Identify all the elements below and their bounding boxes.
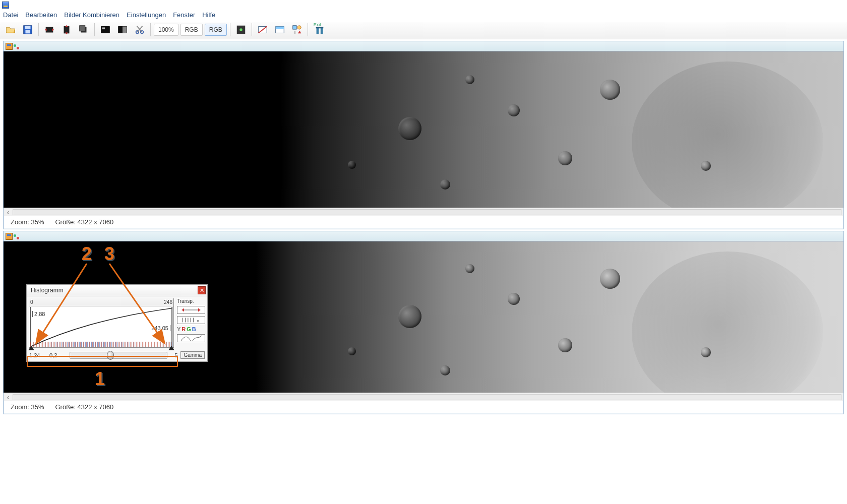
- close-icon[interactable]: ✕: [198, 286, 206, 294]
- gamma-value: 1,24: [29, 352, 46, 358]
- crater-icon: [508, 104, 520, 116]
- white-point-slider[interactable]: [168, 346, 174, 350]
- black-point-value: 2,88: [32, 311, 45, 317]
- pane-file-icon: [6, 43, 13, 50]
- svg-rect-22: [321, 28, 323, 34]
- image-view-bottom[interactable]: Histogramm ✕ 0 246 2,88 243,05: [4, 241, 843, 393]
- crater-icon: [558, 338, 572, 352]
- axis-min: 0: [30, 299, 33, 305]
- scroll-left-icon[interactable]: ‹: [5, 393, 12, 401]
- menu-edit[interactable]: Bearbeiten: [25, 11, 57, 19]
- histogram-title-text: Histogramm: [31, 287, 64, 294]
- open-icon[interactable]: [3, 23, 18, 37]
- channel-b[interactable]: B: [192, 326, 196, 332]
- svg-text:T: T: [293, 30, 296, 35]
- status-zoom-label: Zoom:: [11, 403, 29, 411]
- app-titlebar: [0, 0, 847, 9]
- menu-settings[interactable]: Einstellungen: [127, 11, 166, 19]
- channel-selector[interactable]: Y R G B: [177, 326, 205, 332]
- crater-icon: [701, 161, 711, 171]
- crater-icon: [348, 347, 356, 355]
- cut-icon[interactable]: [132, 23, 147, 37]
- transp-label: Transp.: [177, 298, 205, 304]
- panel-a-icon[interactable]: [255, 23, 270, 37]
- scrollbar-horizontal[interactable]: ‹: [4, 208, 843, 216]
- crater-icon: [600, 80, 620, 100]
- stack-images-icon[interactable]: [76, 23, 91, 37]
- status-size-value: 4322 x 7060: [78, 218, 114, 226]
- histogram-axis: 0 246: [29, 298, 173, 306]
- menu-help[interactable]: Hilfe: [202, 11, 215, 19]
- pane-tree-icon: [14, 43, 20, 49]
- histogram-titlebar[interactable]: Histogramm ✕: [27, 285, 207, 296]
- app-icon: [2, 2, 9, 9]
- svg-point-19: [297, 26, 301, 29]
- exit-label: Exit: [314, 22, 321, 27]
- menu-combine[interactable]: Bilder Kombinieren: [64, 11, 119, 19]
- channel-g[interactable]: G: [187, 326, 191, 332]
- image-pane-bottom: Histogramm ✕ 0 246 2,88 243,05: [3, 231, 844, 414]
- svg-rect-10: [123, 27, 127, 33]
- toolbar: 100% RGB RGB T Exit: [0, 22, 847, 39]
- image-view-top[interactable]: [4, 51, 843, 208]
- status-size: Größe: 4322 x 7060: [55, 218, 114, 226]
- status-size: Größe: 4322 x 7060: [55, 403, 114, 411]
- save-icon[interactable]: [20, 23, 35, 37]
- bars-range-icon[interactable]: x: [177, 316, 205, 324]
- gamma-button[interactable]: Gamma: [180, 351, 205, 359]
- histogram-dialog[interactable]: Histogramm ✕ 0 246 2,88 243,05: [26, 284, 208, 362]
- flip-horizontal-icon[interactable]: [42, 23, 57, 37]
- svg-text:x: x: [197, 319, 199, 323]
- view-dark-icon[interactable]: [98, 23, 113, 37]
- crater-icon: [398, 117, 421, 140]
- black-point-slider[interactable]: [28, 346, 34, 350]
- menu-file[interactable]: Datei: [3, 11, 18, 19]
- svg-rect-17: [275, 27, 284, 29]
- rgb-mode-1[interactable]: RGB: [180, 24, 203, 36]
- channel-r[interactable]: R: [182, 326, 186, 332]
- svg-rect-8: [102, 27, 105, 29]
- svg-rect-18: [292, 26, 296, 29]
- channel-y[interactable]: Y: [177, 326, 180, 332]
- transp-range-icon[interactable]: [177, 306, 205, 314]
- menu-window[interactable]: Fenster: [173, 11, 195, 19]
- tool-marker-icon[interactable]: [233, 23, 249, 37]
- axis-max: 246: [164, 299, 172, 305]
- curve-preset-icon[interactable]: [177, 334, 205, 342]
- panel-b-icon[interactable]: [272, 23, 287, 37]
- gamma-slider-grip[interactable]: [107, 351, 114, 360]
- histogram-bars: [30, 342, 172, 347]
- scroll-left-icon[interactable]: ‹: [5, 208, 12, 216]
- zoom-display[interactable]: 100%: [154, 24, 178, 36]
- svg-rect-1: [25, 26, 31, 29]
- crater-icon: [508, 293, 520, 305]
- histogram-side-controls: Transp. x Y R G B: [177, 298, 205, 348]
- flip-vertical-icon[interactable]: [59, 23, 74, 37]
- gamma-slider[interactable]: [70, 352, 167, 359]
- pane-bottom-titlebar[interactable]: [4, 231, 843, 241]
- crater-icon: [600, 269, 620, 289]
- svg-rect-21: [316, 28, 319, 34]
- view-split-icon[interactable]: [115, 23, 130, 37]
- crater-icon: [398, 305, 421, 328]
- status-zoom-value: 35%: [31, 218, 44, 226]
- pane-top-titlebar[interactable]: [4, 41, 843, 51]
- status-zoom-value: 35%: [31, 403, 44, 411]
- scrollbar-horizontal[interactable]: ‹: [4, 393, 843, 401]
- crater-icon: [348, 161, 356, 169]
- pane-file-icon: [6, 233, 13, 240]
- scroll-track[interactable]: [13, 394, 841, 400]
- scroll-track[interactable]: [13, 209, 841, 215]
- menubar: Datei Bearbeiten Bilder Kombinieren Eins…: [0, 9, 847, 22]
- crater-icon: [465, 75, 474, 84]
- pane-tree-icon: [14, 233, 20, 239]
- exit-button[interactable]: Exit: [311, 23, 328, 37]
- statusbar-bottom: Zoom: 35% Größe: 4322 x 7060: [4, 401, 843, 414]
- white-point-value: 243,05: [151, 325, 170, 331]
- histogram-chart[interactable]: 0 246 2,88 243,05: [29, 298, 174, 348]
- gamma-row: 1,24 0,2 5 Gamma: [27, 350, 207, 361]
- rgb-mode-2[interactable]: RGB: [205, 24, 227, 36]
- status-size-label: Größe:: [55, 403, 76, 411]
- svg-rect-4: [64, 26, 70, 34]
- panel-tools-icon[interactable]: T: [289, 23, 305, 37]
